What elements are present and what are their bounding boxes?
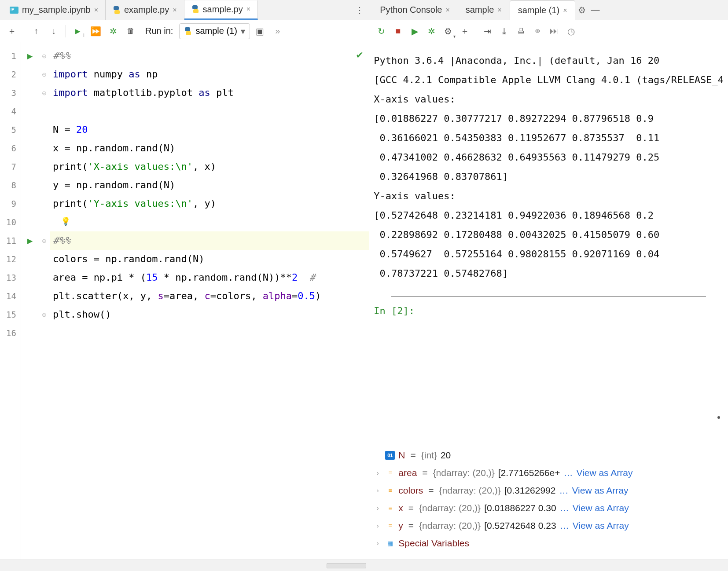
code-line[interactable]: plt.show(): [50, 305, 369, 324]
code-line[interactable]: N = 20: [50, 121, 369, 139]
console-run-button[interactable]: [407, 24, 422, 39]
console-options-button[interactable]: ▾: [441, 24, 456, 39]
console-minimize-button[interactable]: [588, 4, 602, 17]
fast-forward-button[interactable]: [547, 24, 562, 39]
console-debug-button[interactable]: ✲: [424, 24, 439, 39]
code-line[interactable]: [50, 324, 369, 342]
fold-handle[interactable]: ⊖: [39, 65, 50, 84]
variable-row[interactable]: ›≡y = {ndarray: (20,)} [0.52742648 0.23……: [374, 517, 724, 534]
code-line[interactable]: #%%: [50, 231, 369, 250]
expand-chevron-icon[interactable]: ›: [374, 505, 382, 512]
run-all-button[interactable]: [88, 24, 103, 39]
expand-chevron-icon[interactable]: ›: [374, 540, 382, 547]
stop-button[interactable]: [390, 24, 405, 39]
code-line[interactable]: print('Y-axis values:\n', y): [50, 194, 369, 213]
fold-handle[interactable]: ⊖: [39, 231, 50, 250]
horizontal-scrollbar[interactable]: [327, 563, 366, 568]
history-button[interactable]: [563, 24, 578, 39]
code-line[interactable]: y = np.random.rand(N): [50, 176, 369, 194]
code-line[interactable]: colors = np.random.rand(N): [50, 250, 369, 268]
close-icon[interactable]: ×: [563, 7, 567, 15]
close-icon[interactable]: ×: [445, 6, 449, 14]
run-cell-gutter-icon[interactable]: ▶: [21, 231, 39, 250]
new-console-button[interactable]: [457, 24, 472, 39]
editor-tabs-overflow[interactable]: [353, 4, 366, 17]
console-prompt[interactable]: In [2]:: [374, 301, 724, 321]
view-as-array-link[interactable]: View as Array: [573, 503, 629, 513]
code-line[interactable]: [50, 213, 369, 231]
cell-run-gutter[interactable]: ▶▶: [21, 42, 39, 560]
add-cell-button[interactable]: [4, 24, 19, 39]
view-as-array-link[interactable]: View as Array: [572, 485, 628, 496]
run-cell-button[interactable]: I: [70, 24, 85, 39]
move-cell-down-button[interactable]: [46, 24, 61, 39]
fold-handle: [39, 213, 50, 231]
console-line: 0.78737221 0.57482768]: [374, 264, 724, 283]
variables-panel[interactable]: 01N = {int} 20›≡area = {ndarray: (20,)} …: [369, 441, 728, 560]
variable-row[interactable]: ›≡colors = {ndarray: (20,)} [0.31262992 …: [374, 482, 724, 499]
console-tab[interactable]: sample (1)×: [510, 0, 576, 20]
fold-handle[interactable]: ⊖: [39, 305, 50, 324]
code-column[interactable]: 💡 ✔ #%%import numpy as npimport matplotl…: [50, 42, 369, 560]
view-as-array-link[interactable]: View as Array: [573, 520, 629, 531]
run-cell-gutter-icon[interactable]: ▶: [21, 47, 39, 65]
editor-tab[interactable]: sample.py×: [184, 0, 258, 20]
editor-tab[interactable]: example.py×: [106, 0, 184, 20]
view-as-array-link[interactable]: View as Array: [576, 468, 632, 478]
print-button[interactable]: [513, 24, 528, 39]
code-line[interactable]: #%%: [50, 47, 369, 65]
run-target-combo[interactable]: sample (1) ▾: [179, 23, 250, 39]
console-output[interactable]: Python 3.6.4 |Anaconda, Inc.| (default, …: [369, 42, 728, 441]
variable-type: {ndarray: (20,)}: [419, 503, 481, 513]
code-line[interactable]: import numpy as np: [50, 65, 369, 84]
variable-row[interactable]: ›▦Special Variables: [374, 534, 724, 552]
expand-chevron-icon[interactable]: ›: [374, 469, 382, 476]
variable-value: [0.52742648 0.23: [484, 520, 556, 531]
console-tab[interactable]: sample×: [458, 0, 510, 20]
close-icon[interactable]: ×: [246, 5, 250, 13]
fold-handle: [39, 176, 50, 194]
code-line[interactable]: print('X-axis values:\n', x): [50, 157, 369, 176]
fold-handle[interactable]: ⊖: [39, 84, 50, 102]
expand-chevron-icon[interactable]: ›: [374, 487, 382, 494]
fold-handle[interactable]: ⊖: [39, 47, 50, 65]
run-in-label: Run in:: [145, 26, 173, 36]
variable-row[interactable]: ›≡x = {ndarray: (20,)} [0.01886227 0.30……: [374, 499, 724, 517]
expand-toolbar-button[interactable]: [270, 24, 285, 39]
variable-value: [0.01886227 0.30: [484, 503, 556, 513]
step-over-button[interactable]: [480, 24, 495, 39]
expand-chevron-icon[interactable]: ›: [374, 522, 382, 529]
editor-tab[interactable]: my_sample.ipynb×: [3, 0, 106, 20]
move-cell-up-button[interactable]: [29, 24, 44, 39]
intention-bulb-icon[interactable]: 💡: [61, 216, 70, 226]
delete-cell-button[interactable]: [123, 24, 138, 39]
close-icon[interactable]: ×: [497, 6, 501, 14]
close-icon[interactable]: ×: [94, 6, 98, 14]
tab-label: example.py: [124, 5, 169, 15]
console-line: 0.36166021 0.54350383 0.11952677 0.87355…: [374, 128, 724, 148]
console-settings-button[interactable]: [575, 4, 588, 17]
step-into-button[interactable]: [496, 24, 511, 39]
close-icon[interactable]: ×: [173, 6, 176, 14]
notebook-icon: [10, 7, 18, 14]
run-cell-gutter-icon: [21, 139, 39, 157]
link-button[interactable]: [530, 24, 545, 39]
code-editor[interactable]: 12345678910111213141516 ▶▶ ⊖⊖⊖⊖⊖ 💡 ✔ #%%…: [0, 42, 369, 560]
open-terminal-button[interactable]: [253, 24, 268, 39]
equals-sign: =: [427, 485, 435, 496]
code-line[interactable]: [50, 102, 369, 121]
debug-cell-button[interactable]: ✲: [106, 24, 121, 39]
rerun-button[interactable]: [374, 24, 389, 39]
code-line[interactable]: area = np.pi * (15 * np.random.rand(N))*…: [50, 268, 369, 287]
equals-sign: =: [407, 503, 415, 513]
variable-row[interactable]: 01N = {int} 20: [374, 447, 724, 464]
code-line[interactable]: x = np.random.rand(N): [50, 139, 369, 157]
code-line[interactable]: import matplotlib.pyplot as plt: [50, 84, 369, 102]
fold-gutter[interactable]: ⊖⊖⊖⊖⊖: [39, 42, 50, 560]
variable-row[interactable]: ›≡area = {ndarray: (20,)} [2.77165266e+……: [374, 464, 724, 482]
array-icon: ≡: [385, 504, 395, 512]
code-line[interactable]: plt.scatter(x, y, s=area, c=colors, alph…: [50, 287, 369, 305]
console-tab[interactable]: Python Console×: [372, 0, 458, 20]
variable-name: x: [398, 503, 403, 513]
run-cell-gutter-icon: [21, 84, 39, 102]
